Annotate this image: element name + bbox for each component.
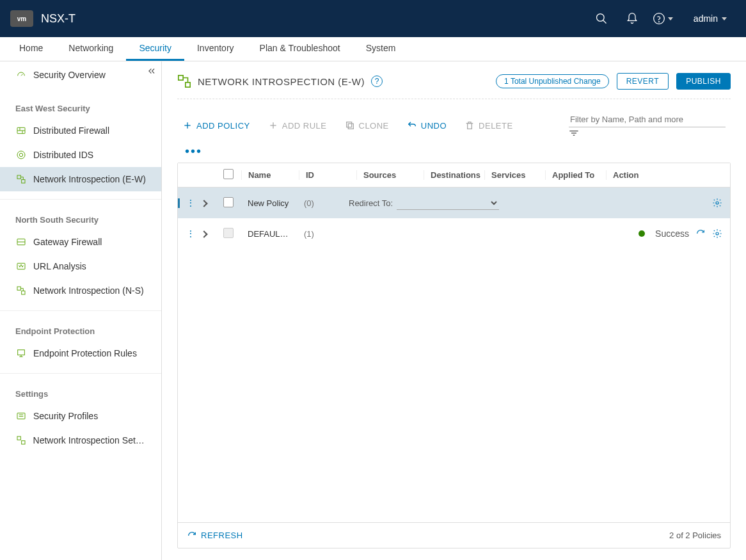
sidebar-item-label: URL Analysis bbox=[33, 261, 86, 271]
url-icon bbox=[15, 260, 27, 272]
table-footer: REFRESH 2 of 2 Policies bbox=[178, 522, 730, 548]
publish-button[interactable]: PUBLISH bbox=[676, 73, 731, 90]
product-name: NSX-T bbox=[41, 12, 75, 26]
add-rule-button: ADD RULE bbox=[268, 120, 327, 131]
pagination-count: 2 of 2 Policies bbox=[669, 531, 721, 540]
endpoint-icon bbox=[15, 348, 27, 359]
undo-button[interactable]: UNDO bbox=[407, 120, 447, 131]
redirect-to-field: Redirect To: bbox=[342, 196, 505, 210]
svg-line-1 bbox=[603, 20, 606, 24]
svg-point-0 bbox=[596, 14, 604, 22]
gateway-icon bbox=[15, 236, 27, 248]
row-checkbox[interactable] bbox=[223, 197, 234, 207]
clone-label: CLONE bbox=[359, 121, 389, 131]
vmware-logo: vm bbox=[10, 10, 33, 27]
section-east-west: East West Security bbox=[0, 88, 161, 118]
svg-point-9 bbox=[19, 153, 22, 156]
redirect-select[interactable] bbox=[397, 196, 499, 210]
tab-networking[interactable]: Networking bbox=[56, 37, 126, 61]
sidebar-item-label: Network Introspection (N-S) bbox=[33, 285, 144, 296]
sidebar-item-label: Network Introspection (E-W) bbox=[33, 174, 146, 184]
table-body: ⋮ New Policy (0) Redirect To: ⋮ bbox=[178, 188, 730, 522]
filter-box bbox=[569, 112, 726, 139]
svg-rect-26 bbox=[186, 83, 190, 87]
tab-plan-troubleshoot[interactable]: Plan & Troubleshoot bbox=[247, 37, 353, 61]
add-rule-label: ADD RULE bbox=[282, 121, 327, 131]
sidebar-network-introspection-ns[interactable]: Network Introspection (N-S) bbox=[0, 278, 161, 303]
add-policy-button[interactable]: ADD POLICY bbox=[182, 120, 250, 131]
header-sources[interactable]: Sources bbox=[356, 170, 424, 180]
sidebar-security-overview[interactable]: Security Overview bbox=[0, 61, 161, 88]
status-text: Success bbox=[655, 228, 689, 239]
sidebar-network-introspection-settings[interactable]: Network Introspection Setti… bbox=[0, 428, 161, 452]
filter-input[interactable] bbox=[569, 112, 726, 127]
svg-rect-10 bbox=[17, 175, 20, 179]
sidebar-distributed-firewall[interactable]: Distributed Firewall bbox=[0, 118, 161, 143]
delete-label: DELETE bbox=[479, 121, 513, 131]
page-title: NETWORK INTROSPECTION (E-W) bbox=[198, 76, 365, 87]
row-refresh-icon[interactable] bbox=[695, 228, 706, 239]
clone-button: CLONE bbox=[345, 120, 389, 131]
header-services[interactable]: Services bbox=[484, 170, 545, 180]
page-icon bbox=[177, 74, 191, 88]
sidebar-item-label: Distributed Firewall bbox=[33, 125, 109, 136]
row-settings-icon[interactable] bbox=[712, 228, 722, 239]
policy-row[interactable]: ⋮ New Policy (0) Redirect To: bbox=[178, 188, 730, 218]
sidebar-item-label: Distributed IDS bbox=[33, 150, 93, 160]
tab-system[interactable]: System bbox=[353, 37, 409, 61]
svg-rect-15 bbox=[17, 287, 20, 290]
header-applied-to[interactable]: Applied To bbox=[545, 170, 606, 180]
sidebar-item-label: Security Profiles bbox=[33, 411, 98, 421]
policy-name: DEFAUL… bbox=[241, 229, 298, 239]
help-menu-icon[interactable] bbox=[650, 6, 676, 31]
header-action[interactable]: Action bbox=[606, 170, 660, 180]
sidebar-network-introspection-ew[interactable]: Network Introspection (E-W) bbox=[0, 167, 161, 191]
sidebar-security-profiles[interactable]: Security Profiles bbox=[0, 404, 161, 428]
svg-rect-16 bbox=[22, 291, 25, 294]
user-menu[interactable]: admin bbox=[688, 13, 736, 24]
filter-lines-icon[interactable] bbox=[569, 127, 726, 139]
firewall-icon bbox=[15, 125, 27, 136]
sidebar-distributed-ids[interactable]: Distributed IDS bbox=[0, 143, 161, 167]
header-name[interactable]: Name bbox=[241, 170, 299, 180]
delete-button: DELETE bbox=[464, 120, 513, 131]
expand-row-icon[interactable] bbox=[200, 230, 207, 237]
tab-security[interactable]: Security bbox=[126, 37, 184, 61]
refresh-label: REFRESH bbox=[201, 531, 243, 540]
help-icon[interactable]: ? bbox=[371, 76, 383, 87]
policy-row[interactable]: ⋮ DEFAUL… (1) Success bbox=[178, 218, 730, 249]
refresh-button[interactable]: REFRESH bbox=[187, 531, 243, 541]
collapse-sidebar-icon[interactable] bbox=[147, 67, 156, 77]
policies-table: Name ID Sources Destinations Services Ap… bbox=[177, 163, 731, 548]
row-settings-icon[interactable] bbox=[712, 198, 722, 208]
sidebar-item-label: Gateway Firewall bbox=[33, 237, 102, 247]
main-tabs: Home Networking Security Inventory Plan … bbox=[0, 37, 746, 61]
main-layout: Security Overview East West Security Dis… bbox=[0, 61, 746, 560]
introspection-icon bbox=[15, 173, 27, 185]
notifications-icon[interactable] bbox=[619, 6, 645, 31]
settings-icon bbox=[15, 435, 27, 446]
header-destinations[interactable]: Destinations bbox=[424, 170, 484, 180]
gauge-icon bbox=[15, 69, 27, 81]
sidebar-gateway-firewall[interactable]: Gateway Firewall bbox=[0, 230, 161, 254]
tab-home[interactable]: Home bbox=[6, 37, 56, 61]
revert-button[interactable]: REVERT bbox=[617, 73, 669, 90]
sidebar-url-analysis[interactable]: URL Analysis bbox=[0, 254, 161, 278]
expand-row-icon[interactable] bbox=[200, 200, 207, 207]
policy-count: (0) bbox=[298, 198, 342, 208]
chevron-down-icon bbox=[722, 17, 727, 20]
svg-rect-31 bbox=[348, 124, 353, 129]
more-options-icon[interactable]: ••• bbox=[177, 144, 731, 159]
policy-name: New Policy bbox=[241, 198, 298, 208]
redirect-label: Redirect To: bbox=[349, 198, 393, 208]
page-header: NETWORK INTROSPECTION (E-W) ? 1 Total Un… bbox=[177, 73, 731, 99]
sidebar-endpoint-protection-rules[interactable]: Endpoint Protection Rules bbox=[0, 341, 161, 365]
header-id[interactable]: ID bbox=[299, 170, 356, 180]
section-settings: Settings bbox=[0, 381, 161, 404]
svg-point-3 bbox=[658, 22, 659, 22]
svg-point-37 bbox=[716, 232, 718, 235]
tab-inventory[interactable]: Inventory bbox=[184, 37, 247, 61]
unpublished-changes-badge: 1 Total Unpublished Change bbox=[496, 74, 609, 88]
search-icon[interactable] bbox=[589, 6, 614, 31]
select-all-checkbox[interactable] bbox=[223, 169, 234, 179]
